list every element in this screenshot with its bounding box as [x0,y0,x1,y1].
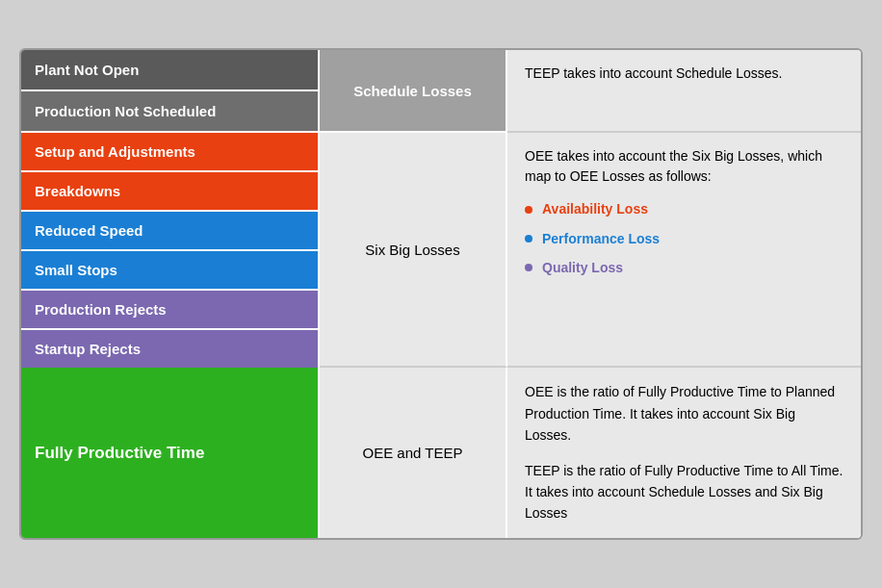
availability-loss-item: Availability Loss [525,198,843,219]
six-big-losses-label: Six Big Losses [365,242,459,258]
reduced-speed-label: Reduced Speed [35,222,143,239]
oee-desc-cell: OEE takes into account the Six Big Losse… [507,133,861,368]
performance-loss-item: Performance Loss [525,228,843,249]
oee-loss-list: Availability Loss Performance Loss Quali… [525,198,843,278]
quality-bullet [525,264,532,271]
fully-productive-label: Fully Productive Time [35,444,204,463]
oee-teep-label: OEE and TEEP [363,445,463,461]
prod-not-scheduled-cell: Production Not Scheduled [21,91,320,133]
table-grid: Plant Not Open Schedule Losses TEEP take… [21,50,861,537]
oee-teep-desc-1: OEE is the ratio of Fully Productive Tim… [525,381,843,446]
reduced-speed-cell: Reduced Speed [21,212,320,251]
teep-desc-text: TEEP takes into account Schedule Losses. [525,65,782,81]
oee-teep-cell: OEE and TEEP [320,368,507,537]
prod-rejects-label: Production Rejects [35,301,167,318]
breakdowns-label: Breakdowns [35,183,120,199]
schedule-losses-cell: Schedule Losses [320,50,507,133]
fully-productive-cell: Fully Productive Time [21,368,320,537]
prod-rejects-cell: Production Rejects [21,291,320,330]
prod-not-scheduled-label: Production Not Scheduled [35,103,216,119]
breakdowns-cell: Breakdowns [21,172,320,212]
oee-intro-text: OEE takes into account the Six Big Losse… [525,146,843,187]
oee-teep-desc-2: TEEP is the ratio of Fully Productive Ti… [525,460,843,524]
performance-loss-label: Performance Loss [542,228,660,249]
small-stops-cell: Small Stops [21,251,320,291]
teep-desc-cell: TEEP takes into account Schedule Losses. [507,50,861,133]
setup-cell: Setup and Adjustments [21,133,320,172]
small-stops-label: Small Stops [35,262,117,278]
quality-loss-item: Quality Loss [525,257,843,278]
availability-loss-label: Availability Loss [542,198,648,219]
main-table: Plant Not Open Schedule Losses TEEP take… [19,48,863,539]
availability-bullet [525,206,532,214]
startup-rejects-cell: Startup Rejects [21,330,320,368]
quality-loss-label: Quality Loss [542,257,623,278]
oee-teep-desc-cell: OEE is the ratio of Fully Productive Tim… [507,368,861,537]
plant-not-open-label: Plant Not Open [35,62,139,78]
six-big-losses-cell: Six Big Losses [320,133,507,368]
schedule-losses-label: Schedule Losses [353,83,472,99]
performance-bullet [525,235,532,243]
startup-rejects-label: Startup Rejects [35,341,141,357]
plant-not-open-cell: Plant Not Open [21,50,320,91]
setup-label: Setup and Adjustments [35,143,195,160]
